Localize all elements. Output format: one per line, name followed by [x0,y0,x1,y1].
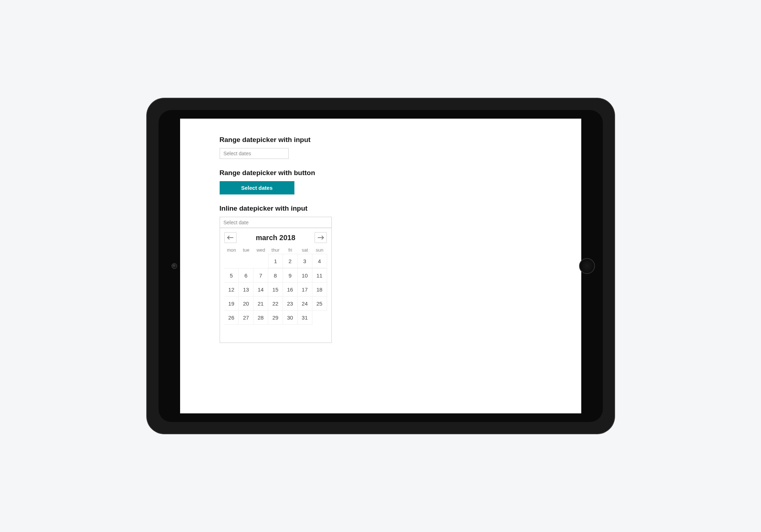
arrow-left-icon [227,235,234,240]
calendar-days-grid: 1234567891011121314151617181920212223242… [224,254,327,325]
calendar-day[interactable]: 14 [253,282,268,297]
inline-datepicker: march 2018 mon tue wed [220,217,332,343]
dow-label: mon [224,247,239,253]
calendar-day[interactable]: 6 [239,268,253,283]
select-dates-button[interactable]: Select dates [220,181,294,194]
calendar-day[interactable]: 12 [224,282,239,297]
calendar-day[interactable]: 11 [312,268,327,283]
home-button[interactable] [579,258,595,274]
calendar-header: march 2018 [224,232,327,243]
calendar-day[interactable]: 31 [298,310,312,325]
calendar-day[interactable]: 4 [312,254,327,268]
calendar-day[interactable]: 25 [312,296,327,311]
calendar-day[interactable]: 29 [268,310,283,325]
dow-label: fri [283,247,298,253]
section-title: Range datepicker with button [220,169,542,177]
calendar-day[interactable]: 8 [268,268,283,283]
calendar-day[interactable]: 21 [253,296,268,311]
calendar-day[interactable]: 1 [268,254,283,268]
calendar-day[interactable]: 26 [224,310,239,325]
section-title: Range datepicker with input [220,136,542,144]
calendar-day[interactable]: 15 [268,282,283,297]
calendar-day[interactable]: 18 [312,282,327,297]
calendar-day[interactable]: 7 [253,268,268,283]
calendar-day[interactable]: 2 [283,254,298,268]
dow-label: thur [268,247,283,253]
inline-date-input[interactable] [220,217,331,228]
calendar-day[interactable]: 13 [239,282,253,297]
calendar-day[interactable]: 27 [239,310,253,325]
calendar-day-blank [224,254,239,269]
range-datepicker-input-section: Range datepicker with input [220,136,542,159]
calendar: march 2018 mon tue wed [220,228,331,343]
calendar-day[interactable]: 10 [298,268,312,283]
app-screen: Range datepicker with input Range datepi… [180,119,581,413]
range-date-input[interactable] [220,148,289,159]
calendar-day[interactable]: 3 [298,254,312,268]
section-title: Inline datepicker with input [220,205,542,212]
calendar-day[interactable]: 24 [298,296,312,311]
dow-label: sun [312,247,327,253]
calendar-day[interactable]: 17 [298,282,312,297]
camera-icon [171,263,177,269]
dow-label: sat [298,247,312,253]
calendar-day[interactable]: 19 [224,296,239,311]
next-month-button[interactable] [315,232,327,243]
inline-datepicker-section: Inline datepicker with input march 2018 [220,205,542,343]
calendar-day[interactable]: 5 [224,268,239,283]
calendar-day[interactable]: 30 [283,310,298,325]
calendar-month-label: march 2018 [256,234,295,242]
prev-month-button[interactable] [224,232,237,243]
calendar-day[interactable]: 28 [253,310,268,325]
day-of-week-row: mon tue wed thur fri sat sun [224,245,327,254]
calendar-day[interactable]: 22 [268,296,283,311]
calendar-day[interactable]: 16 [283,282,298,297]
arrow-right-icon [317,235,324,240]
calendar-day-blank [239,254,253,269]
dow-label: tue [239,247,253,253]
range-datepicker-button-section: Range datepicker with button Select date… [220,169,542,194]
tablet-bezel: Range datepicker with input Range datepi… [159,110,603,422]
calendar-day-blank [253,254,268,269]
tablet-device-frame: Range datepicker with input Range datepi… [147,98,614,434]
calendar-day[interactable]: 23 [283,296,298,311]
calendar-day[interactable]: 9 [283,268,298,283]
calendar-day[interactable]: 20 [239,296,253,311]
dow-label: wed [253,247,268,253]
